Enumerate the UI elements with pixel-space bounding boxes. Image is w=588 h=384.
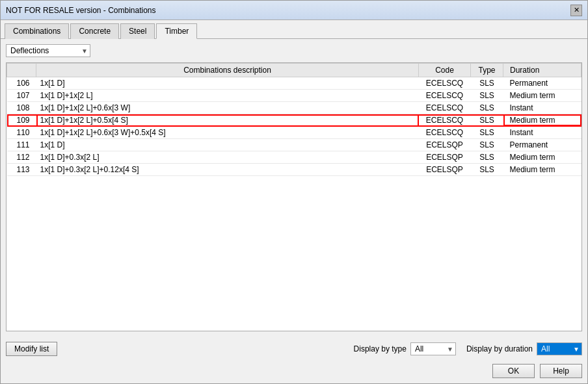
title-bar: NOT FOR RESALE version - Combinations ✕ [1,1,587,20]
modify-list-button[interactable]: Modify list [6,342,57,356]
header-type: Type [471,64,503,77]
cell-code: ECELSCQ [419,90,471,102]
main-window: NOT FOR RESALE version - Combinations ✕ … [0,0,588,384]
cell-type: SLS [471,77,503,90]
cell-type: SLS [471,127,503,139]
cell-code: ECELSQP [419,139,471,151]
filter-row: Deflections Forces Moments ▼ [6,44,582,57]
cell-code: ECELSCQ [419,77,471,90]
cell-num: 108 [7,102,36,114]
table-row[interactable]: 1111x[1 D]ECELSQPSLSPermanent [7,139,581,151]
table-row[interactable]: 1101x[1 D]+1x[2 L]+0.6x[3 W]+0.5x[4 S]EC… [7,127,581,139]
type-dropdown[interactable]: All SLS ULS [410,342,456,355]
cell-desc: 1x[1 D]+1x[2 L] [36,90,419,102]
help-button[interactable]: Help [540,364,582,378]
duration-dropdown-wrapper: All Permanent Medium term Instant ▼ [537,342,582,355]
tab-bar: Combinations Concrete Steel Timber [1,20,587,39]
tab-steel[interactable]: Steel [120,23,155,39]
cell-desc: 1x[1 D]+1x[2 L]+0.5x[4 S] [36,114,419,127]
window-title: NOT FOR RESALE version - Combinations [6,6,156,15]
cell-num: 111 [7,139,36,151]
cell-duration: Medium term [503,164,581,176]
duration-dropdown[interactable]: All Permanent Medium term Instant [537,342,582,355]
header-desc: Combinations description [36,64,419,77]
footer-buttons: OK Help [1,361,587,383]
cell-duration: Medium term [503,151,581,164]
table-row[interactable]: 1071x[1 D]+1x[2 L]ECELSCQSLSMedium term [7,90,581,102]
combinations-table-container: Combinations description Code Type Durat… [6,62,582,331]
main-dropdown[interactable]: Deflections Forces Moments [6,44,90,57]
close-button[interactable]: ✕ [570,5,582,16]
type-dropdown-wrapper: All SLS ULS ▼ [410,342,456,355]
combinations-table: Combinations description Code Type Durat… [7,63,581,176]
cell-desc: 1x[1 D] [36,139,419,151]
cell-num: 113 [7,164,36,176]
bottom-bar: Modify list Display by type All SLS ULS … [1,337,587,361]
cell-num: 112 [7,151,36,164]
tab-combinations[interactable]: Combinations [5,23,69,39]
cell-duration: Medium term [503,114,581,126]
cell-duration: Permanent [503,139,581,151]
cell-code: ECELSCQ [419,102,471,114]
table-row[interactable]: 1131x[1 D]+0.3x[2 L]+0.12x[4 S]ECELSQPSL… [7,164,581,176]
cell-desc: 1x[1 D]+1x[2 L]+0.6x[3 W]+0.5x[4 S] [36,127,419,139]
cell-duration: Instant [503,127,581,139]
cell-desc: 1x[1 D] [36,77,419,90]
bottom-left: Modify list [6,342,57,356]
tab-timber[interactable]: Timber [156,23,197,39]
cell-duration: Medium term [503,90,581,102]
display-by-type-label: Display by type [354,344,407,353]
table-row[interactable]: 1081x[1 D]+1x[2 L]+0.6x[3 W]ECELSCQSLSIn… [7,102,581,114]
content-area: Deflections Forces Moments ▼ Combination… [1,39,587,337]
table-row[interactable]: 1091x[1 D]+1x[2 L]+0.5x[4 S]ECELSCQSLSMe… [7,114,581,127]
cell-num: 106 [7,77,36,90]
cell-num: 109 [7,114,36,127]
cell-num: 107 [7,90,36,102]
cell-duration: Permanent [503,77,581,90]
header-code: Code [419,64,471,77]
cell-code: ECELSQP [419,164,471,176]
ok-button[interactable]: OK [492,364,535,378]
cell-code: ECELSCQ [419,127,471,139]
display-by-duration-label: Display by duration [466,344,533,353]
cell-code: ECELSCQ [419,114,471,127]
table-row[interactable]: 1121x[1 D]+0.3x[2 L]ECELSQPSLSMedium ter… [7,151,581,164]
header-num [7,64,36,77]
main-dropdown-wrapper: Deflections Forces Moments ▼ [6,44,90,57]
cell-type: SLS [471,114,503,127]
cell-desc: 1x[1 D]+0.3x[2 L] [36,151,419,164]
bottom-dropdowns: Display by type All SLS ULS ▼ Display by… [354,342,582,355]
header-duration: Duration [503,64,581,77]
cell-desc: 1x[1 D]+1x[2 L]+0.6x[3 W] [36,102,419,114]
cell-desc: 1x[1 D]+0.3x[2 L]+0.12x[4 S] [36,164,419,176]
cell-type: SLS [471,164,503,176]
cell-type: SLS [471,139,503,151]
cell-type: SLS [471,102,503,114]
cell-duration: Instant [503,102,581,114]
cell-num: 110 [7,127,36,139]
cell-type: SLS [471,90,503,102]
cell-code: ECELSQP [419,151,471,164]
table-row[interactable]: 1061x[1 D]ECELSCQSLSPermanent [7,77,581,90]
cell-type: SLS [471,151,503,164]
tab-concrete[interactable]: Concrete [70,23,119,39]
